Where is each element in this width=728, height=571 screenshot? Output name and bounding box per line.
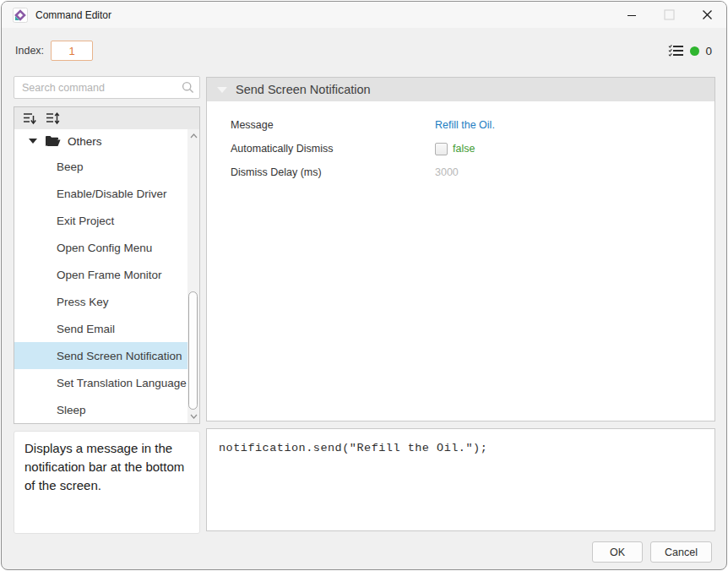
folder-expand-icon[interactable]	[29, 139, 37, 144]
window-controls	[612, 2, 726, 28]
properties-rows: Message Refill the Oil. Automatically Di…	[207, 113, 714, 184]
error-count: 0	[705, 45, 712, 57]
tree-item-beep[interactable]: Beep	[14, 153, 187, 180]
minimize-button[interactable]	[612, 2, 650, 28]
code-preview[interactable]: notification.send("Refill the Oil.");	[206, 428, 715, 531]
tree-scrollbar[interactable]	[187, 129, 199, 423]
index-label: Index:	[15, 45, 44, 57]
index-input[interactable]	[51, 41, 93, 61]
properties-header: Send Screen Notification	[207, 78, 714, 101]
index-row: Index:	[15, 41, 93, 61]
maximize-button[interactable]	[650, 2, 688, 28]
close-button[interactable]	[688, 2, 726, 28]
command-tree-panel: Others Beep Enable/Disable Driver Exit P…	[14, 106, 200, 424]
tree-item-send-screen-notification[interactable]: Send Screen Notification	[14, 342, 187, 369]
dismiss-delay-label: Dismiss Delay (ms)	[207, 166, 435, 178]
automatically-dismiss-value[interactable]: false	[453, 143, 475, 155]
message-value[interactable]: Refill the Oil.	[435, 119, 495, 131]
window-title: Command Editor	[35, 9, 111, 21]
property-row-automatically-dismiss: Automatically Dismiss false	[207, 137, 714, 160]
cancel-button[interactable]: Cancel	[650, 541, 712, 563]
tree-folder-others[interactable]: Others	[14, 129, 187, 153]
command-description: Displays a message in the notification b…	[14, 431, 200, 534]
scroll-up-icon[interactable]	[187, 130, 199, 142]
section-collapse-icon[interactable]	[217, 87, 227, 93]
tree-item-press-key[interactable]: Press Key	[14, 288, 187, 315]
status-cluster: 0	[668, 44, 712, 57]
folder-label: Others	[68, 135, 102, 148]
search-box	[14, 76, 200, 99]
tree-item-open-config-menu[interactable]: Open Config Menu	[14, 234, 187, 261]
collapse-all-icon[interactable]	[23, 112, 37, 125]
tree-item-open-frame-monitor[interactable]: Open Frame Monitor	[14, 261, 187, 288]
automatically-dismiss-label: Automatically Dismiss	[207, 143, 435, 155]
properties-title: Send Screen Notification	[236, 83, 371, 96]
automatically-dismiss-checkbox[interactable]	[435, 143, 448, 155]
code-text: notification.send("Refill the Oil.");	[219, 442, 487, 454]
search-input[interactable]	[14, 76, 200, 99]
tree-item-sleep[interactable]: Sleep	[14, 396, 187, 423]
dismiss-delay-value: 3000	[435, 166, 459, 178]
property-row-dismiss-delay: Dismiss Delay (ms) 3000	[207, 160, 714, 184]
titlebar: Command Editor	[2, 2, 726, 28]
tree-item-send-email[interactable]: Send Email	[14, 315, 187, 342]
status-dot-icon	[690, 46, 699, 56]
scroll-down-icon[interactable]	[187, 411, 199, 422]
expand-all-icon[interactable]	[46, 112, 60, 125]
ok-button[interactable]: OK	[592, 541, 643, 563]
search-icon	[182, 81, 194, 94]
property-row-message: Message Refill the Oil.	[207, 113, 714, 137]
tree-item-exit-project[interactable]: Exit Project	[14, 207, 187, 234]
command-list-icon[interactable]	[668, 44, 684, 57]
scrollbar-thumb[interactable]	[188, 291, 198, 410]
message-label: Message	[207, 119, 435, 131]
footer: OK Cancel	[592, 541, 712, 563]
tree-item-set-translation-language[interactable]: Set Translation Language	[14, 369, 187, 396]
properties-panel: Send Screen Notification Message Refill …	[206, 77, 715, 421]
tree-toolbar	[14, 107, 199, 129]
app-icon	[13, 8, 28, 23]
folder-icon	[45, 135, 61, 147]
tree-item-enable-disable-driver[interactable]: Enable/Disable Driver	[14, 180, 187, 207]
command-editor-window: Command Editor Index:	[1, 1, 727, 570]
tree-rows: Others Beep Enable/Disable Driver Exit P…	[14, 129, 187, 423]
